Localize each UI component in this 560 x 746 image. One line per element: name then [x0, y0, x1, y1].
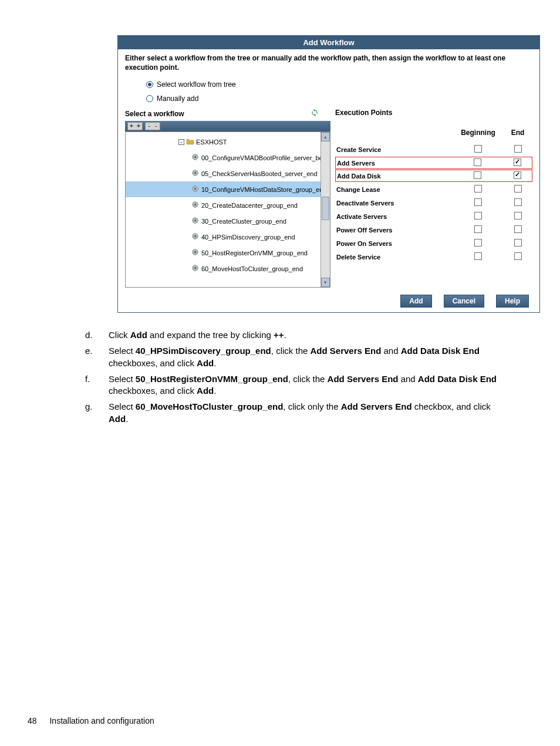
checkbox-end[interactable] [514, 225, 522, 233]
gear-icon [191, 217, 201, 225]
instruction-item: e.Select 40_HPSimDiscovery_group_end, cl… [85, 345, 534, 369]
tree-node[interactable]: 40_HPSimDiscovery_group_end [126, 229, 321, 245]
checkbox-end[interactable] [514, 185, 522, 193]
folder-icon [186, 138, 196, 146]
svg-point-13 [194, 251, 196, 253]
execution-point-row: Add Data Disk [335, 170, 532, 182]
expand-all-button[interactable]: + + [127, 122, 143, 130]
dialog-title: Add Workflow [118, 36, 539, 49]
checkbox-end[interactable] [514, 239, 522, 247]
radio-select-from-tree[interactable]: Select workflow from tree [146, 80, 532, 89]
checkbox-end[interactable] [514, 212, 522, 220]
workflow-tree: - ESXHOST 00_ConfigureVMADBootProfile_se… [125, 131, 330, 288]
tree-node-label: 10_ConfigureVMHostDataStore_group_end [201, 186, 321, 193]
exec-label: Add Servers [336, 160, 453, 167]
instruction-item: d.Click Add and expand the tree by click… [85, 329, 534, 341]
svg-point-11 [194, 235, 196, 237]
checkbox-beginning[interactable] [474, 225, 482, 233]
col-beginning: Beginning [453, 129, 503, 137]
exec-label: Change Lease [335, 186, 453, 193]
execution-point-row: Create Service [335, 143, 532, 156]
checkbox-end[interactable] [514, 158, 521, 166]
svg-point-5 [194, 188, 196, 190]
gear-icon [191, 232, 201, 241]
radio-icon [146, 81, 153, 88]
col-end: End [503, 129, 532, 137]
tree-node[interactable]: 60_MoveHostToCluster_group_end [126, 261, 321, 276]
tree-node-label: ESXHOST [196, 139, 227, 146]
dialog-intro: Either select a workflow from the tree o… [125, 54, 532, 72]
radio-icon [146, 95, 153, 102]
gear-icon [191, 153, 201, 162]
checkbox-beginning[interactable] [474, 198, 482, 206]
svg-point-3 [194, 172, 196, 174]
instruction-text: Select 60_MoveHostToCluster_group_end, c… [109, 401, 534, 425]
instruction-letter: d. [85, 329, 109, 341]
exec-label: Delete Service [335, 254, 453, 261]
radio-label: Manually add [157, 94, 198, 103]
checkbox-beginning[interactable] [474, 171, 481, 179]
add-button[interactable]: Add [400, 295, 431, 308]
refresh-icon[interactable] [311, 109, 319, 119]
tree-node-label: 20_CreateDatacenter_group_end [201, 202, 298, 209]
tree-node[interactable]: 50_HostRegisterOnVMM_group_end [126, 245, 321, 261]
checkbox-beginning[interactable] [474, 212, 482, 220]
scroll-up-icon[interactable]: ▴ [321, 132, 330, 141]
instruction-text: Select 40_HPSimDiscovery_group_end, clic… [109, 345, 534, 369]
scroll-thumb[interactable] [322, 197, 329, 220]
checkbox-beginning[interactable] [474, 145, 482, 153]
checkbox-end[interactable] [514, 171, 521, 179]
svg-point-1 [194, 156, 196, 158]
instruction-letter: f. [85, 373, 109, 397]
gear-icon [191, 264, 201, 273]
gear-icon [191, 201, 201, 210]
cancel-button[interactable]: Cancel [444, 295, 484, 308]
exec-label: Add Data Disk [336, 173, 453, 180]
checkbox-beginning[interactable] [474, 158, 481, 166]
gear-icon [191, 248, 201, 257]
checkbox-end[interactable] [514, 198, 522, 206]
execution-point-row: Add Servers [335, 157, 532, 169]
gear-icon [191, 169, 201, 178]
instruction-letter: g. [85, 401, 109, 425]
execution-point-row: Delete Service [335, 250, 532, 264]
instruction-item: g.Select 60_MoveHostToCluster_group_end,… [85, 401, 534, 425]
help-button[interactable]: Help [496, 295, 529, 308]
tree-node-label: 50_HostRegisterOnVMM_group_end [201, 249, 308, 256]
tree-node-label: 05_CheckServerHasBooted_server_end [201, 170, 318, 177]
exec-label: Activate Servers [335, 213, 453, 220]
exec-label: Create Service [335, 146, 453, 153]
tree-node-label: 00_ConfigureVMADBootProfile_server_beg [201, 154, 321, 161]
instructions-list: d.Click Add and expand the tree by click… [85, 329, 534, 425]
scrollbar[interactable]: ▴ ▾ [321, 132, 330, 287]
gear-icon [191, 185, 201, 194]
execution-point-row: Activate Servers [335, 210, 532, 223]
tree-node-label: 40_HPSimDiscovery_group_end [201, 234, 295, 241]
checkbox-beginning[interactable] [474, 239, 482, 247]
tree-node-root[interactable]: - ESXHOST [126, 134, 321, 150]
checkbox-beginning[interactable] [474, 252, 482, 260]
scroll-down-icon[interactable]: ▾ [321, 278, 330, 287]
checkbox-beginning[interactable] [474, 185, 482, 193]
svg-point-9 [194, 220, 196, 221]
tree-node[interactable]: 10_ConfigureVMHostDataStore_group_end [126, 181, 321, 197]
exec-label: Power Off Servers [335, 227, 453, 234]
tree-node[interactable]: 00_ConfigureVMADBootProfile_server_beg [126, 150, 321, 166]
select-workflow-label: Select a workflow [125, 110, 184, 118]
instruction-letter: e. [85, 345, 109, 369]
collapse-all-button[interactable]: - - [145, 122, 160, 130]
instruction-text: Select 50_HostRegisterOnVMM_group_end, c… [109, 373, 534, 397]
checkbox-end[interactable] [514, 145, 522, 153]
collapse-icon[interactable]: - [178, 139, 184, 145]
tree-node-label: 30_CreateCluster_group_end [201, 218, 286, 225]
radio-label: Select workflow from tree [157, 80, 236, 89]
checkbox-end[interactable] [514, 252, 522, 260]
execution-point-row: Power On Servers [335, 237, 532, 250]
tree-node[interactable]: 20_CreateDatacenter_group_end [126, 197, 321, 213]
radio-manually-add[interactable]: Manually add [146, 94, 532, 103]
execution-point-row: Deactivate Servers [335, 196, 532, 210]
tree-node[interactable]: 30_CreateCluster_group_end [126, 213, 321, 229]
tree-node[interactable]: 05_CheckServerHasBooted_server_end [126, 166, 321, 181]
execution-point-row: Power Off Servers [335, 223, 532, 237]
execution-point-row: Change Lease [335, 183, 532, 196]
